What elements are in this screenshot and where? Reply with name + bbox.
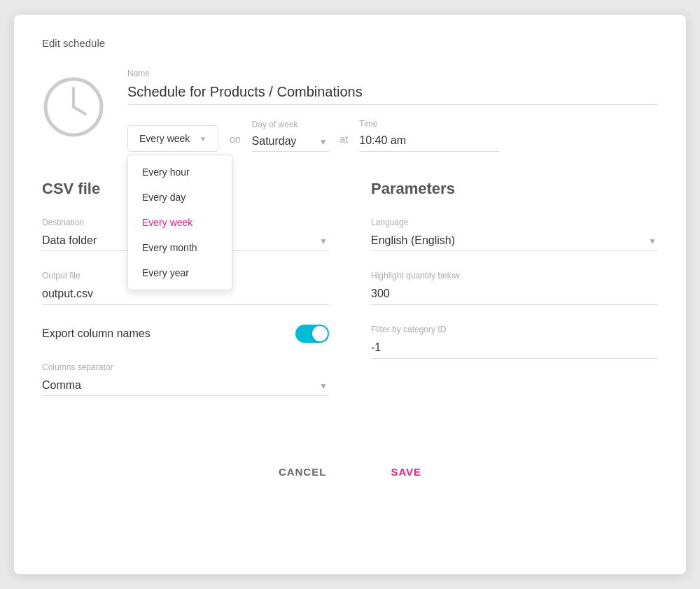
separator-group: Columns separator Comma ▼ (42, 362, 329, 396)
time-input[interactable] (359, 132, 499, 152)
params-section-title: Parameters (371, 180, 658, 198)
dialog-title: Edit schedule (42, 37, 658, 49)
frequency-dropdown[interactable]: Every week ▼ Every hour Every day Every … (127, 125, 218, 152)
save-button[interactable]: SAVE (379, 460, 433, 483)
freq-every-day[interactable]: Every day (128, 185, 232, 210)
cancel-button[interactable]: CANCEL (267, 460, 338, 483)
separator-label: Columns separator (42, 362, 329, 372)
time-label: Time (359, 119, 499, 129)
filter-label: Filter by category ID (371, 325, 658, 334)
freq-every-hour[interactable]: Every hour (128, 159, 232, 185)
toggle-knob (312, 326, 328, 341)
dialog-footer: CANCEL SAVE (42, 449, 658, 483)
highlight-input[interactable] (371, 285, 658, 305)
freq-every-year[interactable]: Every year (128, 260, 232, 285)
export-col-row: Export column names (42, 325, 329, 343)
dow-select-wrapper: Saturday ▼ (252, 132, 329, 152)
frequency-button[interactable]: Every week ▼ (127, 125, 218, 152)
separator-select[interactable]: Comma (42, 376, 329, 396)
frequency-selected: Every week (139, 133, 190, 144)
time-group: Time (359, 119, 499, 152)
on-label: on (230, 134, 241, 152)
top-section: Name Every week ▼ Every hour Every day E… (42, 69, 658, 152)
clock-icon (42, 76, 105, 139)
svg-line-2 (74, 107, 85, 114)
language-group: Language English (English) ▼ (371, 218, 658, 251)
day-of-week-group: Day of week Saturday ▼ (252, 120, 329, 152)
frequency-menu: Every hour Every day Every week Every mo… (127, 155, 232, 290)
name-input[interactable] (127, 81, 658, 105)
language-select[interactable]: English (English) (371, 232, 658, 251)
dow-label: Day of week (252, 120, 329, 129)
export-col-label: Export column names (42, 327, 150, 340)
schedule-row: Every week ▼ Every hour Every day Every … (127, 119, 658, 152)
freq-every-week[interactable]: Every week (128, 210, 232, 235)
export-col-toggle[interactable] (295, 325, 329, 343)
highlight-group: Highlight quantity below (371, 271, 658, 305)
highlight-label: Highlight quantity below (371, 271, 658, 281)
filter-input[interactable] (371, 339, 658, 359)
name-label: Name (127, 69, 658, 78)
frequency-chevron-icon: ▼ (200, 135, 206, 143)
filter-group: Filter by category ID (371, 325, 658, 359)
language-select-wrapper: English (English) ▼ (371, 232, 658, 251)
separator-select-wrapper: Comma ▼ (42, 376, 329, 396)
params-section: Parameters Language English (English) ▼ … (371, 180, 658, 416)
schedule-fields: Name Every week ▼ Every hour Every day E… (127, 69, 658, 152)
dow-select[interactable]: Saturday (252, 132, 329, 152)
freq-every-month[interactable]: Every month (128, 235, 232, 260)
at-label: at (340, 134, 349, 152)
edit-schedule-dialog: Edit schedule Name Every week ▼ Every ho… (14, 15, 686, 574)
language-label: Language (371, 218, 658, 227)
